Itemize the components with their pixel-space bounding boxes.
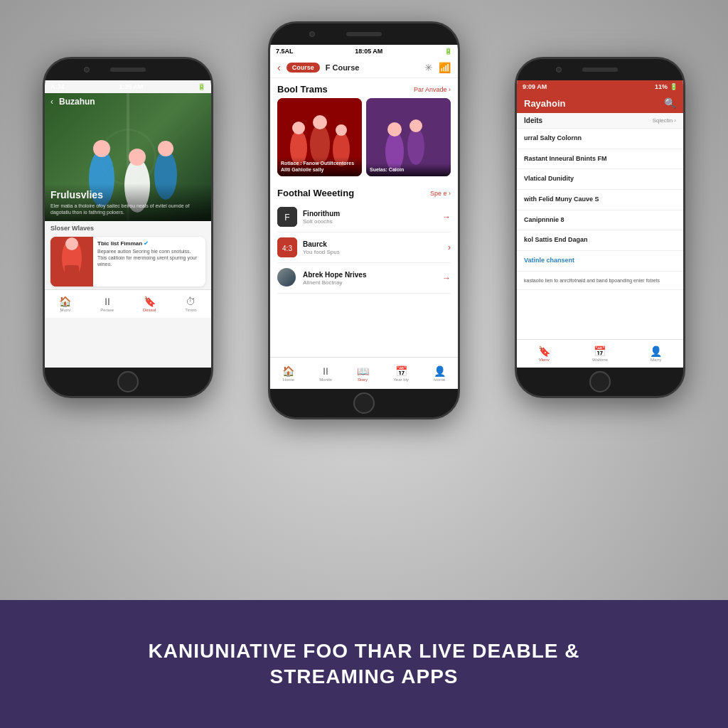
left-back-button[interactable]: ‹ bbox=[50, 97, 53, 107]
center-nav-home[interactable]: 🏠 Home bbox=[282, 365, 294, 382]
camera-right bbox=[556, 67, 562, 73]
center-img-2-overlay: Suelas: Caloin bbox=[366, 164, 451, 176]
banner: KANIUNIATIVE FOO THAR LIVE DEABLE & STRE… bbox=[0, 600, 728, 728]
center-nav-yearbly[interactable]: 📅 Year bly bbox=[393, 365, 408, 382]
speaker-left bbox=[110, 68, 146, 72]
right-list-item-7[interactable]: Vatinle chansent bbox=[517, 251, 683, 272]
left-nav-time-label: Timno bbox=[185, 308, 196, 312]
left-home-button[interactable] bbox=[117, 371, 139, 392]
left-carrier: A:34 bbox=[50, 83, 65, 90]
center-time: 18:05 AM bbox=[355, 48, 382, 55]
left-nav-pause[interactable]: ⏸ Perase bbox=[100, 296, 114, 312]
verified-badge: ✔ bbox=[144, 240, 149, 247]
center-asterisk-icon[interactable]: ✳ bbox=[424, 62, 433, 73]
right-home-button[interactable] bbox=[589, 371, 611, 392]
right-sub-link[interactable]: Sqlectin › bbox=[653, 117, 676, 124]
list-avatar-2: 4:3 bbox=[277, 237, 297, 257]
pause-icon: ⏸ bbox=[102, 296, 112, 307]
left-hero: ‹ Buzahun Frulusvlies Eler matia a tholo… bbox=[45, 93, 211, 221]
right-item-title-1: urral Salty Colornn bbox=[524, 134, 676, 143]
center-montis-icon: ⏸ bbox=[321, 365, 331, 377]
center-list-item-3[interactable]: Abrek Hope Nrives Allnent Boctriay → bbox=[277, 263, 451, 294]
left-nav-home[interactable]: 🏠 Munv bbox=[59, 296, 71, 312]
speaker-center bbox=[346, 32, 382, 36]
left-status-right: 🔋 bbox=[198, 83, 205, 90]
left-section-label: Sloser Wlaves bbox=[45, 221, 211, 234]
center-list-item-2[interactable]: 4:3 Baurck You food Spus › bbox=[277, 232, 451, 263]
right-marry-icon: 👤 bbox=[650, 346, 662, 357]
center-wifi-icon[interactable]: 📶 bbox=[439, 62, 451, 73]
right-battery-icon: 🔋 bbox=[670, 83, 678, 90]
left-news-card[interactable]: Tbic list Fimman ✔ Beparee aution Seorin… bbox=[50, 237, 205, 287]
left-news-image bbox=[50, 237, 93, 287]
right-phone-bottom bbox=[517, 368, 683, 396]
right-battery: 11% bbox=[655, 83, 668, 90]
svg-point-14 bbox=[313, 115, 327, 129]
center-image-card-1[interactable]: Rotlace : Fanow Outiltcentores Allti Gah… bbox=[277, 98, 362, 176]
center-nav-montis[interactable]: ⏸ Montis bbox=[319, 365, 332, 382]
center-img-1-overlay: Rotlace : Fanow Outiltcentores Allti Gah… bbox=[277, 157, 362, 176]
left-hero-title: Frulusvlies bbox=[50, 189, 205, 200]
right-list-item-3[interactable]: Vlatical Dunidity bbox=[517, 169, 683, 190]
center-nav-story[interactable]: 📖 Story bbox=[357, 365, 369, 382]
camera-center bbox=[309, 31, 315, 37]
center-bottom-nav: 🏠 Home ⏸ Montis 📖 Story 📅 Year bly bbox=[270, 357, 458, 389]
phone-right: 9:09 AM 11% 🔋 Rayahoin 🔍 ldeits Sqlectin… bbox=[515, 57, 685, 398]
center-section2-title: Foothal Weeeting bbox=[277, 188, 354, 198]
right-nav-waltone[interactable]: 📅 Waltone bbox=[592, 346, 608, 362]
right-item-title-6: kol Sattis End Dagan bbox=[524, 236, 676, 245]
svg-point-12 bbox=[292, 122, 305, 134]
banner-line2: STREAMING APPS bbox=[270, 664, 459, 690]
center-status-right: 🔋 bbox=[444, 48, 452, 55]
right-header: Rayahoin 🔍 bbox=[517, 93, 683, 113]
speaker-right bbox=[582, 68, 618, 72]
right-sub-title: ldeits bbox=[524, 117, 542, 124]
right-list-item-1[interactable]: urral Salty Colornn bbox=[517, 129, 683, 149]
right-nav-vlenv[interactable]: 🔖 Vlenv bbox=[538, 346, 550, 362]
svg-point-1 bbox=[93, 140, 110, 157]
list-avatar-1: F bbox=[277, 207, 297, 227]
list-sub-3: Allnent Boctriay bbox=[303, 279, 437, 286]
left-nav-detail-label: Dessul bbox=[143, 308, 156, 312]
left-nav-home-label: Munv bbox=[60, 308, 71, 312]
center-back-label[interactable]: Course bbox=[287, 63, 320, 73]
right-list-item-5[interactable]: Canipnnnie 8 bbox=[517, 210, 683, 231]
center-story-icon: 📖 bbox=[357, 365, 369, 377]
center-section1-link[interactable]: Par Anvade › bbox=[414, 86, 451, 93]
svg-point-3 bbox=[129, 149, 146, 166]
right-list-item-8[interactable]: kastaolio lien to anrclfotnald and band … bbox=[517, 272, 683, 290]
left-nav-header: ‹ Buzahun bbox=[45, 95, 211, 109]
phones-section: A:34 1:35 AM 🔋 bbox=[0, 0, 728, 583]
list-info-3: Abrek Hope Nrives Allnent Boctriay bbox=[303, 271, 437, 286]
right-item-link-7[interactable]: Vatinle chansent bbox=[524, 257, 676, 265]
right-list-item-6[interactable]: kol Sattis End Dagan bbox=[517, 230, 683, 251]
left-nav-time[interactable]: ⏱ Timno bbox=[185, 296, 196, 312]
svg-point-21 bbox=[410, 119, 422, 132]
banner-line1: KANIUNIATIVE FOO THAR LIVE DEABLE & bbox=[149, 638, 580, 664]
right-item-title-3: Vlatical Dunidity bbox=[524, 175, 676, 183]
right-sub-header: ldeits Sqlectin › bbox=[517, 113, 683, 129]
center-section1-title: Bool Trams bbox=[277, 84, 328, 95]
list-arrow-1: → bbox=[442, 212, 451, 222]
right-nav-marry[interactable]: 👤 Marry bbox=[650, 346, 662, 362]
center-screen: 7.5AL 18:05 AM 🔋 ‹ Course F Course ✳ 📶 bbox=[270, 45, 458, 389]
right-search-icon[interactable]: 🔍 bbox=[664, 97, 676, 109]
center-img-2-caption: Suelas: Caloin bbox=[370, 167, 447, 173]
right-app-title: Rayahoin bbox=[524, 98, 566, 109]
center-nav-ivome[interactable]: 👤 Ivome bbox=[434, 365, 446, 382]
left-nav-detail[interactable]: 🔖 Dessul bbox=[143, 296, 156, 312]
center-back-arrow[interactable]: ‹ bbox=[277, 62, 281, 73]
center-image-card-2[interactable]: Suelas: Caloin bbox=[366, 98, 451, 176]
right-time: 9:09 AM bbox=[523, 83, 547, 90]
center-home-button[interactable] bbox=[353, 392, 375, 414]
center-list-item-1[interactable]: F Finorithum Solt ooochs → bbox=[277, 202, 451, 232]
phone-top-left bbox=[45, 59, 211, 80]
center-section2-link[interactable]: Spe e › bbox=[430, 190, 451, 197]
timer-icon: ⏱ bbox=[186, 296, 196, 307]
right-list-item-4[interactable]: with Felid Muny Cauve S bbox=[517, 190, 683, 210]
center-yearbly-label: Year bly bbox=[393, 378, 408, 382]
left-nav-title: Buzahun bbox=[59, 97, 95, 107]
right-list-item-2[interactable]: Rastant Inneural Bnints FM bbox=[517, 149, 683, 170]
player-thumb-svg bbox=[50, 237, 93, 287]
svg-point-5 bbox=[158, 141, 173, 156]
